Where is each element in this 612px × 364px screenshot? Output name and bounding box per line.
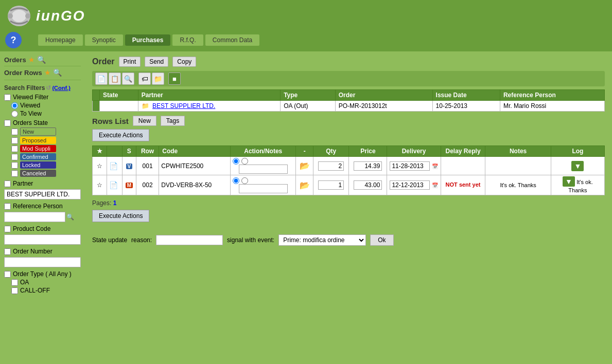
state-locked-checkbox[interactable] — [11, 162, 18, 169]
row2-radio-filled[interactable] — [233, 177, 239, 184]
orders-star-icon[interactable]: ★ — [28, 56, 35, 64]
print-button[interactable]: Print — [119, 57, 141, 67]
partner-input[interactable] — [4, 189, 81, 199]
rows-new-button[interactable]: New — [133, 116, 156, 126]
execute-actions-button-top[interactable]: Execute Actions — [92, 129, 149, 141]
row2-delivery-input[interactable] — [390, 180, 430, 190]
send-button[interactable]: Send — [145, 57, 168, 67]
filter-refresh-icon[interactable]: ↺ — [46, 84, 51, 92]
execute-actions-button-bottom[interactable]: Execute Actions — [92, 210, 149, 222]
search-doc-icon[interactable]: 🔍 — [122, 72, 134, 85]
row2-qty-input[interactable] — [318, 180, 344, 190]
conf-link[interactable]: (Conf.) — [52, 85, 70, 91]
new-doc-icon[interactable]: 📄 — [95, 72, 108, 85]
row2-price-input[interactable] — [354, 180, 382, 190]
order-type-checkbox[interactable] — [4, 271, 11, 278]
viewed-filter-checkbox[interactable] — [4, 94, 11, 101]
state-modsuppli-checkbox[interactable] — [11, 145, 18, 152]
rows-list-title: Rows List — [92, 117, 129, 125]
row1-radio-filled[interactable] — [233, 158, 239, 165]
pages-bar: Pages: 1 — [92, 199, 605, 207]
copy-button[interactable]: Copy — [172, 57, 196, 67]
reason-input[interactable] — [156, 235, 223, 245]
col-ref-person: Reference Person — [500, 90, 604, 101]
state-new-checkbox[interactable] — [11, 129, 18, 135]
viewed-radio[interactable] — [11, 102, 18, 109]
order-date-cell: 10-25-2013 — [432, 101, 500, 112]
rows-table: ★ S Row Code Action/Notes - Qty Price De… — [92, 145, 605, 195]
orders-state-checkbox[interactable] — [4, 120, 11, 126]
ref-person-input[interactable] — [4, 212, 65, 222]
order-rows-star-icon[interactable]: ★ — [44, 68, 51, 77]
logo-area: iunGO — [5, 3, 85, 29]
row1-code: CPWHITE2500 — [159, 157, 231, 175]
row1-cal-icon[interactable]: 📅 — [432, 163, 438, 169]
nav-common-data[interactable]: Common Data — [205, 34, 259, 46]
order-refperson-cell: Mr. Mario Rossi — [500, 101, 604, 112]
rows-tags-button[interactable]: Tags — [161, 116, 185, 126]
ref-person-checkbox[interactable] — [4, 203, 11, 210]
row2-folder-col: 📂 — [296, 175, 313, 195]
ref-person-search-btn[interactable]: 🔍 — [66, 213, 74, 221]
row1-doc-icon[interactable]: 📄 — [107, 157, 122, 175]
nav-purchases[interactable]: Purchases — [125, 34, 171, 46]
row2-doc-icon[interactable]: 📄 — [107, 175, 122, 195]
rows-col-star: ★ — [93, 146, 107, 157]
state-icon[interactable]: ■ — [168, 72, 181, 85]
state-confirmed-checkbox[interactable] — [11, 154, 18, 160]
nav-rfq[interactable]: R.f.Q. — [172, 34, 203, 46]
state-modsuppli-badge: Mod Suppli — [20, 145, 56, 152]
state-confirmed-badge: Confirmed — [20, 153, 56, 160]
order-number-checkbox[interactable] — [4, 248, 11, 255]
order-rows-search-icon[interactable]: 🔍 — [53, 68, 62, 77]
order-number-input[interactable] — [4, 257, 81, 267]
nav-homepage[interactable]: Homepage — [38, 34, 83, 46]
pages-current[interactable]: 1 — [113, 199, 117, 207]
row2-badge: M — [122, 175, 136, 195]
order-type-cell: OA (Out) — [281, 101, 336, 112]
product-code-input[interactable] — [4, 234, 81, 245]
row1-qty-input[interactable] — [318, 161, 344, 171]
app-title: iunGO — [36, 8, 85, 24]
order-type-oa-label: OA — [20, 279, 29, 286]
folder-icon[interactable]: 📁 — [152, 72, 164, 85]
product-code-checkbox[interactable] — [4, 226, 11, 232]
row2-log-button[interactable]: ▼ — [563, 176, 575, 187]
orders-search-icon[interactable]: 🔍 — [37, 56, 46, 64]
order-type-oa[interactable] — [11, 279, 18, 286]
reason-label: reason: — [131, 236, 152, 244]
order-row[interactable]: 📁 BEST SUPPLIER LTD. OA (Out) PO-MR-2013… — [93, 101, 605, 112]
tag-icon[interactable]: 🏷 — [138, 72, 151, 85]
order-type-calloff[interactable] — [11, 287, 18, 294]
event-select[interactable]: Prime: modifica ordine — [278, 234, 366, 246]
partner-checkbox[interactable] — [4, 180, 11, 187]
row1-delivery-cell: 📅 — [387, 157, 441, 175]
row2-cal-icon[interactable]: 📅 — [432, 183, 438, 188]
state-canceled-checkbox[interactable] — [11, 170, 18, 177]
row2-notes-input[interactable] — [239, 184, 288, 193]
copy-doc-icon[interactable]: 📋 — [109, 72, 121, 85]
order-title: Order — [92, 57, 115, 66]
row2-star[interactable]: ☆ — [93, 175, 107, 195]
nav-synoptic[interactable]: Synoptic — [85, 34, 123, 46]
row2-folder-icon[interactable]: 📂 — [300, 181, 310, 190]
partner-link[interactable]: BEST SUPPLIER LTD. — [152, 102, 215, 110]
col-order: Order — [335, 90, 432, 101]
ref-person-label: Reference Person — [13, 203, 63, 210]
ok-button[interactable]: Ok — [370, 234, 393, 246]
to-view-radio[interactable] — [11, 111, 18, 117]
state-proposed-checkbox[interactable] — [11, 137, 18, 144]
row1-delivery-input[interactable] — [390, 161, 430, 171]
row1-radio-empty[interactable] — [241, 158, 248, 165]
partner-flag-icon: 📁 — [142, 102, 149, 110]
row2-radio-empty[interactable] — [241, 177, 248, 184]
help-button[interactable]: ? — [5, 32, 22, 48]
row1-notes-input[interactable] — [239, 165, 288, 174]
row1-star[interactable]: ☆ — [93, 157, 107, 175]
row1-folder-icon[interactable]: 📂 — [300, 161, 310, 170]
row1-price-cell — [349, 157, 387, 175]
row2-not-sent: NOT sent yet — [443, 181, 483, 188]
row1-price-input[interactable] — [354, 161, 382, 171]
row1-log-button[interactable]: ▼ — [571, 161, 584, 171]
pages-label: Pages: — [92, 199, 111, 207]
